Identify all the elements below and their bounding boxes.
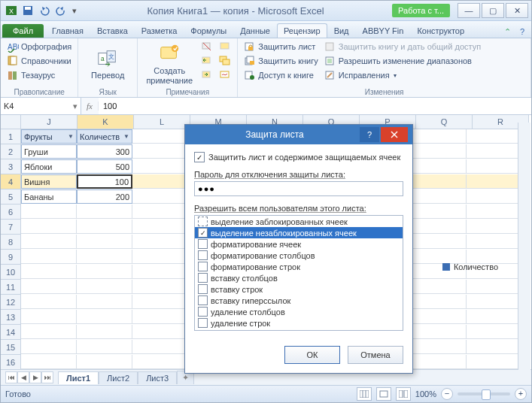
file-tab[interactable]: Файл — [2, 24, 44, 38]
permission-checkbox[interactable] — [198, 318, 208, 328]
fx-button[interactable]: fx — [81, 102, 99, 111]
cell[interactable] — [132, 220, 188, 234]
row-header[interactable]: 14 — [1, 325, 21, 340]
permission-checkbox[interactable] — [198, 250, 208, 260]
spelling-button[interactable]: ABCОрфография — [5, 40, 73, 53]
ok-button[interactable]: ОК — [284, 346, 340, 364]
cell[interactable] — [132, 129, 188, 144]
permission-checkbox[interactable] — [198, 307, 208, 317]
cell[interactable] — [411, 220, 467, 234]
col-header[interactable]: L — [134, 115, 190, 129]
sheet-tab[interactable]: Лист2 — [99, 371, 138, 384]
research-button[interactable]: Справочники — [5, 54, 73, 68]
row-header[interactable]: 1 — [1, 129, 21, 144]
help-icon[interactable]: ? — [516, 26, 528, 38]
permission-checkbox[interactable] — [198, 295, 208, 305]
new-comment-button[interactable]: Создать примечание — [142, 40, 196, 87]
protect-workbook-button[interactable]: Защитить книгу — [242, 54, 320, 68]
cell[interactable] — [77, 280, 132, 294]
minimize-button[interactable]: — — [458, 3, 480, 18]
cell[interactable]: Яблоки — [21, 159, 77, 174]
cell[interactable] — [411, 325, 467, 339]
permission-item[interactable]: форматирование строк — [195, 261, 403, 272]
cell[interactable] — [77, 250, 132, 264]
permission-item[interactable]: удаление строк — [195, 317, 403, 329]
cell[interactable] — [21, 295, 77, 309]
cell[interactable] — [132, 144, 188, 159]
cell[interactable] — [132, 325, 188, 339]
cell[interactable]: 300 — [77, 144, 132, 159]
formula-input[interactable] — [99, 98, 531, 114]
cell[interactable] — [467, 144, 522, 159]
row-header[interactable]: 5 — [1, 189, 21, 205]
thesaurus-button[interactable]: Тезаурус — [5, 68, 73, 82]
cell[interactable] — [132, 250, 188, 264]
dialog-help-button[interactable]: ? — [360, 127, 379, 142]
cell[interactable]: Фрукты▼ — [21, 129, 77, 144]
tab-abbyy fin[interactable]: ABBYY Fin — [356, 23, 411, 38]
permission-checkbox[interactable]: ✓ — [198, 228, 208, 238]
sheet-tab[interactable]: Лист1 — [58, 371, 99, 384]
permission-item[interactable]: вставку столбцов — [195, 272, 403, 283]
save-icon[interactable] — [20, 3, 35, 18]
cell[interactable] — [77, 340, 132, 354]
row-header[interactable]: 11 — [1, 280, 21, 295]
row-header[interactable]: 7 — [1, 220, 21, 235]
redo-icon[interactable] — [53, 3, 68, 18]
cell[interactable] — [21, 235, 77, 249]
select-all-corner[interactable] — [1, 115, 21, 129]
cell[interactable] — [467, 220, 522, 234]
col-header[interactable]: K — [78, 115, 134, 129]
cell[interactable] — [77, 295, 132, 309]
cell[interactable] — [411, 310, 467, 324]
permission-checkbox[interactable] — [198, 284, 208, 294]
zoom-slider[interactable] — [458, 392, 510, 395]
cell[interactable] — [411, 355, 467, 369]
zoom-in-button[interactable]: + — [515, 388, 527, 400]
cell[interactable]: Груши — [21, 144, 77, 159]
permission-item[interactable]: удаление столбцов — [195, 306, 403, 317]
cell[interactable] — [132, 174, 188, 189]
view-layout-icon[interactable] — [376, 387, 391, 401]
show-all-comments-button[interactable] — [217, 54, 233, 68]
cell[interactable] — [467, 205, 522, 219]
undo-icon[interactable] — [37, 3, 52, 18]
cell[interactable] — [467, 235, 522, 249]
maximize-button[interactable]: ▢ — [482, 3, 504, 18]
row-header[interactable]: 9 — [1, 250, 21, 265]
dialog-titlebar[interactable]: Защита листа ? — [185, 125, 412, 144]
sheet-nav-first[interactable]: ⏮ — [5, 371, 17, 383]
protect-sheet-checkbox[interactable]: ✓ — [194, 152, 205, 162]
cell[interactable] — [21, 250, 77, 264]
dialog-close-button[interactable] — [381, 127, 408, 142]
cell[interactable] — [411, 280, 467, 294]
cell[interactable] — [77, 235, 132, 249]
cell[interactable]: Количеств▼ — [77, 129, 132, 144]
cell[interactable]: Бананы — [21, 189, 77, 204]
row-header[interactable]: 4 — [1, 174, 21, 189]
sheet-nav-last[interactable]: ⏭ — [41, 371, 53, 383]
cell[interactable] — [411, 295, 467, 309]
vertical-scrollbar[interactable] — [518, 123, 530, 370]
minimize-ribbon-icon[interactable]: ⌃ — [501, 26, 513, 38]
permission-item[interactable]: выделение заблокированных ячеек — [195, 216, 403, 227]
cell[interactable]: 100 — [77, 174, 132, 189]
cell[interactable] — [132, 355, 188, 369]
tab-формулы[interactable]: Формулы — [184, 23, 233, 38]
tab-разметка[interactable]: Разметка — [135, 23, 184, 38]
show-ink-button[interactable] — [217, 68, 233, 82]
protect-sheet-button[interactable]: Защитить лист — [242, 40, 320, 53]
view-pagebreak-icon[interactable] — [396, 387, 411, 401]
cell[interactable] — [77, 310, 132, 324]
cancel-button[interactable]: Отмена — [348, 346, 403, 364]
sheet-nav-prev[interactable]: ◀ — [17, 371, 29, 383]
cell[interactable] — [411, 235, 467, 249]
cell[interactable] — [411, 144, 467, 159]
row-header[interactable]: 13 — [1, 310, 21, 325]
row-header[interactable]: 15 — [1, 340, 21, 355]
sheet-tab[interactable]: Лист3 — [138, 371, 177, 384]
share-workbook-button[interactable]: Доступ к книге — [242, 68, 320, 82]
cell[interactable] — [21, 310, 77, 324]
permission-checkbox[interactable] — [198, 262, 208, 271]
cell[interactable] — [77, 265, 132, 279]
